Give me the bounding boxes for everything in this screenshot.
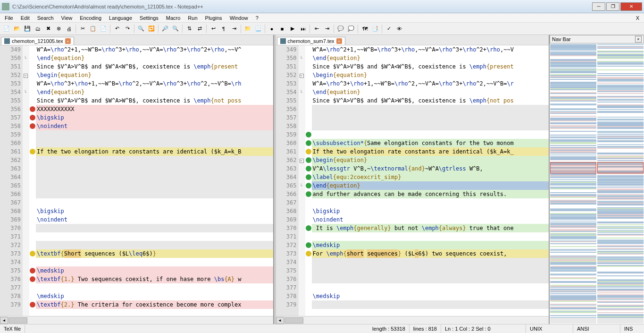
tab-right-file[interactable]: chemoton_sum7.tex × — [277, 37, 345, 45]
code-line[interactable]: \begin{equation} — [312, 156, 549, 164]
cut-icon[interactable]: ✂ — [78, 24, 87, 34]
minimap-right[interactable] — [597, 44, 644, 324]
copy-icon[interactable]: 📋 — [88, 24, 98, 34]
tab-left-file[interactable]: chemoton_121005.tex × — [1, 37, 74, 45]
spellcheck-icon[interactable]: ✓ — [384, 24, 393, 34]
maximize-button[interactable]: ❐ — [606, 2, 619, 11]
code-line[interactable]: Since $V^A>V^B$ and $W^A<W^B$, coexisten… — [312, 62, 549, 71]
code-line[interactable]: \medskip — [36, 266, 273, 275]
code-line[interactable] — [312, 105, 549, 113]
code-line[interactable] — [36, 232, 273, 241]
code-line[interactable]: \textbf{2.} The criteria for coexistence… — [36, 300, 273, 309]
indent-icon[interactable]: ⇥ — [229, 24, 239, 34]
code-line[interactable]: Since $V^A>V^B$ and $W^A>W^B$, coexisten… — [312, 96, 549, 105]
code-line[interactable] — [36, 224, 273, 232]
print-icon[interactable]: 🖨 — [64, 24, 74, 34]
new-icon[interactable]: 📄 — [2, 24, 11, 34]
sync-v-icon[interactable]: ⇅ — [184, 24, 194, 34]
menu-file[interactable]: File — [1, 14, 17, 22]
tab-close-icon[interactable]: × — [336, 38, 342, 44]
code-line[interactable] — [36, 156, 273, 164]
hscroll-left-icon[interactable]: ◄ — [0, 317, 8, 324]
record-icon[interactable]: ● — [267, 24, 276, 34]
code-line[interactable]: \medskip — [36, 292, 273, 300]
code-line[interactable] — [36, 258, 273, 266]
menu-plugins[interactable]: Plugins — [201, 14, 226, 22]
hscroll-thumb[interactable] — [8, 317, 27, 324]
close-all-icon[interactable]: ⊗ — [54, 24, 63, 34]
code-line[interactable]: W^A=\rho^2+1,~~W^B=\rho^3+\rho,~~V^A=\rh… — [36, 45, 273, 54]
code-line[interactable]: \end{equation} — [36, 88, 273, 96]
menu-help[interactable]: ? — [252, 14, 262, 22]
code-line[interactable] — [36, 198, 273, 207]
menu-edit[interactable]: Edit — [17, 14, 33, 22]
left-code-area[interactable]: 3493503513523533543553563573583593603613… — [0, 45, 273, 316]
code-line[interactable]: \noindent — [312, 215, 549, 224]
play-icon[interactable]: ▶ — [288, 24, 297, 34]
code-line[interactable] — [312, 198, 549, 207]
right-hscroll[interactable]: ◄ — [276, 316, 549, 324]
code-line[interactable]: \medskip — [312, 241, 549, 249]
code-line[interactable]: \subsubsection*{Same elongation constant… — [312, 139, 549, 147]
sync-h-icon[interactable]: ⇄ — [195, 24, 204, 34]
right-code-area[interactable]: 3493503513523533543553563573583593603613… — [276, 45, 549, 316]
code-line[interactable] — [312, 300, 549, 309]
code-line[interactable]: \medskip — [312, 292, 549, 300]
minimap-left[interactable] — [550, 44, 596, 324]
code-line[interactable]: \textbf{1.} Two sequences coexist, if on… — [36, 275, 273, 283]
menu-view[interactable]: View — [58, 14, 76, 22]
code-line[interactable]: \end{equation} — [312, 88, 549, 96]
code-line[interactable]: \textbf{Short sequences ($L\leq6$)} — [36, 249, 273, 258]
code-line[interactable]: If the two elongation rate constants are… — [312, 147, 549, 156]
code-line[interactable] — [312, 113, 549, 122]
zoom-in-icon[interactable]: 🔎 — [160, 24, 170, 34]
code-line[interactable] — [312, 283, 549, 292]
code-line[interactable] — [36, 164, 273, 173]
code-line[interactable]: Since $V^A>V^B$ and $W^A<W^B$, coexisten… — [36, 62, 273, 71]
code-line[interactable]: \bigskip — [36, 207, 273, 215]
zoom-out-icon[interactable]: 🔍 — [171, 24, 180, 34]
save-all-icon[interactable]: 🗂 — [33, 24, 42, 34]
redo-icon[interactable]: ↷ — [123, 24, 132, 34]
code-line[interactable]: Since $V^A>V^B$ and $W^A>W^B$, coexisten… — [36, 96, 273, 105]
find-icon[interactable]: 🔍 — [136, 24, 146, 34]
undo-icon[interactable]: ↶ — [112, 24, 122, 34]
code-line[interactable] — [312, 275, 549, 283]
code-line[interactable] — [36, 190, 273, 198]
code-line[interactable]: \bigskip — [36, 113, 273, 122]
close-icon[interactable]: ✖ — [43, 24, 53, 34]
doc-monitor-icon[interactable]: 👁 — [394, 24, 404, 34]
allchars-icon[interactable]: ¶ — [219, 24, 228, 34]
code-line[interactable]: W^A=\rho^2+1,~~W^B=\rho^3+\rho,~~V^A=\rh… — [312, 45, 549, 54]
func-list-icon[interactable]: 📑 — [370, 24, 380, 34]
code-line[interactable] — [36, 181, 273, 190]
uncomment-icon[interactable]: 💭 — [346, 24, 356, 34]
code-line[interactable] — [36, 241, 273, 249]
code-line[interactable]: \noindent — [36, 215, 273, 224]
play-multi-icon[interactable]: ⏭ — [298, 24, 308, 34]
hscroll-thumb[interactable] — [284, 317, 303, 324]
code-line[interactable]: \begin{equation} — [312, 71, 549, 79]
indent-right-icon[interactable]: ⇥ — [322, 24, 332, 34]
code-line[interactable]: \end{equation} — [36, 54, 273, 62]
code-line[interactable]: \bigskip — [312, 207, 549, 215]
stop-icon[interactable]: ■ — [277, 24, 287, 34]
menu-run[interactable]: Run — [184, 14, 201, 22]
code-line[interactable] — [36, 130, 273, 139]
code-line[interactable] — [36, 139, 273, 147]
code-line[interactable]: W^A=\rho^3+\rho+1,~~W^B=\rho^2,~~V^A=\rh… — [36, 79, 273, 88]
code-line[interactable]: \end{equation} — [312, 54, 549, 62]
menu-language[interactable]: Language — [105, 14, 136, 22]
code-line[interactable]: \begin{equation} — [36, 71, 273, 79]
menu-macro[interactable]: Macro — [162, 14, 184, 22]
doc-icon[interactable]: 📃 — [253, 24, 263, 34]
code-line[interactable]: If the two elongation rate constants are… — [36, 147, 273, 156]
navbar-close-icon[interactable]: × — [635, 36, 642, 43]
code-line[interactable]: \label{equ:2coexcrit_simp} — [312, 173, 549, 181]
code-line[interactable]: W^A=\rho^3+\rho+1,~~W^B=\rho^2,~~V^A=\rh… — [312, 79, 549, 88]
paste-icon[interactable]: 📄 — [99, 24, 108, 34]
menu-settings[interactable]: Settings — [136, 14, 162, 22]
code-line[interactable]: For \emph{short sequences} ($L<6$) two s… — [312, 249, 549, 258]
indent-left-icon[interactable]: ⇤ — [312, 24, 321, 34]
comment-icon[interactable]: 💬 — [336, 24, 345, 34]
